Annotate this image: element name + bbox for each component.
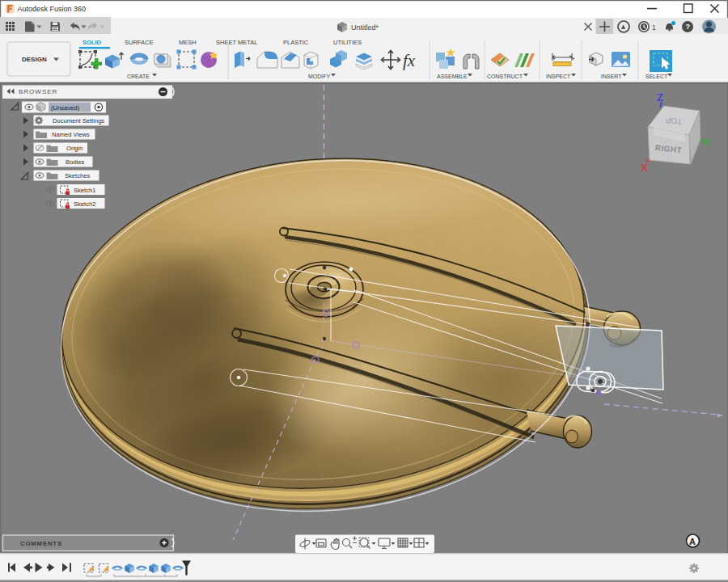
- svg-text:Autodesk Fusion 360: Autodesk Fusion 360: [18, 5, 87, 13]
- svg-text:CONSTRUCT: CONSTRUCT: [487, 74, 523, 79]
- svg-text:INSERT: INSERT: [601, 74, 622, 79]
- svg-text:PLASTIC: PLASTIC: [283, 39, 309, 46]
- svg-text:SELECT: SELECT: [645, 74, 668, 79]
- svg-text:MODIFY: MODIFY: [308, 74, 331, 79]
- svg-text:COMMENTS: COMMENTS: [20, 540, 62, 547]
- svg-text:1: 1: [652, 23, 656, 32]
- svg-text:Sketches: Sketches: [65, 172, 90, 179]
- svg-text:Named Views: Named Views: [52, 131, 90, 138]
- svg-text:Origin: Origin: [66, 145, 83, 152]
- svg-text:UTILITIES: UTILITIES: [333, 39, 362, 46]
- svg-text:Y: Y: [704, 137, 711, 149]
- svg-text:BROWSER: BROWSER: [19, 88, 57, 95]
- svg-text:(Unsaved): (Unsaved): [51, 104, 79, 112]
- svg-text:INSPECT: INSPECT: [546, 74, 571, 79]
- svg-text:Sketch1: Sketch1: [74, 187, 95, 194]
- svg-text:TOP: TOP: [665, 116, 683, 126]
- svg-text:Bodies: Bodies: [66, 158, 84, 166]
- svg-text:Untitled*: Untitled*: [351, 23, 379, 32]
- svg-text:SOLID: SOLID: [83, 39, 102, 46]
- svg-text:SURFACE: SURFACE: [125, 39, 153, 46]
- svg-text:CREATE: CREATE: [127, 74, 150, 79]
- svg-text:Document Settings: Document Settings: [53, 117, 104, 124]
- svg-text:MESH: MESH: [179, 39, 197, 46]
- svg-text:Sketch2: Sketch2: [74, 200, 95, 208]
- svg-text:SHEET METAL: SHEET METAL: [216, 39, 257, 46]
- svg-text:X: X: [641, 162, 648, 174]
- svg-text:?: ?: [686, 23, 691, 31]
- svg-text:DESIGN: DESIGN: [22, 56, 47, 63]
- svg-text:A: A: [689, 537, 696, 546]
- svg-text:ASSEMBLE: ASSEMBLE: [437, 74, 468, 79]
- svg-text:Z: Z: [657, 91, 663, 103]
- svg-text:fx: fx: [403, 51, 416, 70]
